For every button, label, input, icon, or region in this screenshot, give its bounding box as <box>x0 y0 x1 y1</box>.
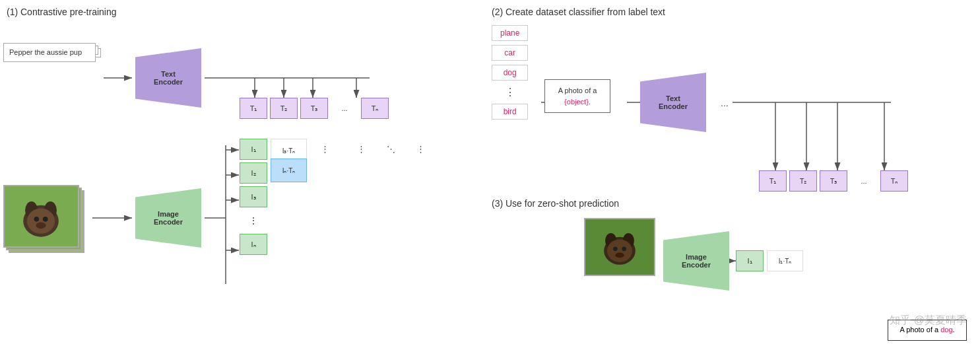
text-encoder-right-top: TextEncoder <box>640 73 706 132</box>
svg-point-41 <box>615 253 624 258</box>
label-car: car <box>492 45 528 61</box>
in-left: Iₙ <box>240 234 267 255</box>
image-card-front <box>3 185 79 248</box>
label-dots: ⋮ <box>492 85 528 100</box>
i1-right: I₁ <box>736 250 764 271</box>
dog-image-right <box>585 219 654 275</box>
text-encoder-right-top-label: TextEncoder <box>659 94 688 110</box>
image-encoder-left: ImageEncoder <box>135 188 201 248</box>
label-dog: dog <box>492 65 528 81</box>
image-encoder-right: ImageEncoder <box>663 231 729 291</box>
dog-image-bottom <box>584 218 660 281</box>
i2-left: I₂ <box>240 162 267 184</box>
t2-left: T₂ <box>270 98 298 119</box>
svg-point-33 <box>36 223 46 229</box>
right-top-dots: ... <box>721 98 729 108</box>
text-encoder-left-label: TextEncoder <box>154 70 183 86</box>
left-section: (1) Contrastive pre-training Pepper the … <box>0 0 488 354</box>
right-top-title: (2) Create dataset classifier from label… <box>492 7 665 17</box>
i3-left: I₃ <box>240 186 267 207</box>
row-dotsn: ⋮ <box>403 144 439 154</box>
diagram-container: (1) Contrastive pre-training Pepper the … <box>0 0 980 354</box>
row-dots2: ⋮ <box>307 144 343 154</box>
row-dotsdiag: ⋱ <box>379 144 403 154</box>
t3-right: T₃ <box>820 170 847 192</box>
i-vector-col-left: I₁ I₂ I₃ ⋮ Iₙ <box>240 139 267 255</box>
image-input-stack <box>3 185 89 258</box>
right-bottom-title: (3) Use for zero-shot prediction <box>492 198 619 209</box>
t-dots-left: ... <box>331 98 358 119</box>
i-dots-left: ⋮ <box>240 210 267 231</box>
row-dots3: ⋮ <box>343 144 379 154</box>
svg-point-31 <box>34 217 39 222</box>
left-title: (1) Contrastive pre-training <box>7 7 482 17</box>
image-encoder-right-label: ImageEncoder <box>682 253 711 269</box>
tn-right: Tₙ <box>880 170 908 192</box>
text-encoder-left: TextEncoder <box>135 48 201 108</box>
i1-left: I₁ <box>240 139 267 160</box>
tn-left: Tₙ <box>361 98 389 119</box>
t3-left: T₃ <box>300 98 328 119</box>
t1-right: T₁ <box>759 170 787 192</box>
label-bird: bird <box>492 104 528 120</box>
right-section: (2) Create dataset classifier from label… <box>488 0 980 354</box>
t-vector-row-right: T₁ T₂ T₃ ... Tₙ <box>759 170 908 192</box>
prompt-object: {object} <box>564 98 589 106</box>
t-vector-row-left: T₁ T₂ T₃ ... Tₙ <box>240 98 389 119</box>
label-list: plane car dog ⋮ bird <box>492 25 528 120</box>
label-plane: plane <box>492 25 528 41</box>
svg-point-39 <box>613 247 618 252</box>
cell-nn: Iₙ·Tₙ <box>271 159 307 182</box>
matrix-left: I₁·T₁ I₁·T₂ I₁·T₃ ... I₁·Tₙ I₂·T₁ I₂·T₂ … <box>271 139 439 159</box>
t2-right: T₂ <box>789 170 817 192</box>
t-dots-right: ... <box>850 170 878 192</box>
r-cell-1n: I₁·Tₙ <box>767 250 803 271</box>
prompt-box: A photo of a {object}. <box>544 79 610 113</box>
text-card-front: Pepper the aussie pup <box>3 43 96 62</box>
svg-point-32 <box>43 217 48 222</box>
svg-point-30 <box>27 209 55 234</box>
svg-point-40 <box>622 247 626 252</box>
text-input-stack: Pepper the aussie pup <box>3 43 102 116</box>
image-encoder-left-label: ImageEncoder <box>154 210 183 226</box>
svg-point-38 <box>607 240 632 262</box>
watermark: 知乎 @莫夏晴季 <box>890 314 967 328</box>
t1-left: T₁ <box>240 98 267 119</box>
dog-image <box>5 186 78 246</box>
